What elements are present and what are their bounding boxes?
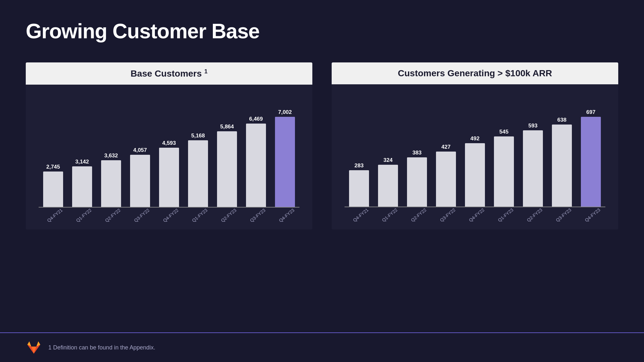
bar-value-label: 492 (470, 135, 479, 142)
bar-group: 283 (345, 162, 374, 207)
bar-group: 6,469 (242, 116, 270, 207)
bar-group: 383 (402, 150, 431, 207)
bar-group: 2,745 (39, 164, 68, 207)
bar-group: 593 (518, 123, 547, 207)
chart-high-value-customers: Customers Generating > $100k ARR 2833243… (332, 62, 618, 229)
charts-container: Base Customers 1 2,7453,1423,6324,0574,5… (26, 62, 618, 229)
bar-value-label: 4,593 (162, 140, 176, 146)
footer-note: 1 Definition can be found in the Appendi… (48, 344, 155, 351)
bar-value-label: 545 (499, 129, 508, 135)
footer: 1 Definition can be found in the Appendi… (0, 332, 644, 362)
bar-value-label: 593 (528, 123, 537, 129)
bar-group: 492 (460, 135, 489, 207)
chart2-baseline (345, 207, 605, 207)
bar-group: 638 (547, 117, 576, 207)
chart1-header: Base Customers 1 (26, 62, 312, 85)
bar-rect (43, 172, 63, 207)
bar-rect (581, 117, 601, 207)
bar-group: 3,632 (97, 153, 126, 207)
bar-group: 7,002 (270, 109, 299, 207)
bar-rect (275, 117, 295, 207)
bar-group: 427 (431, 144, 460, 207)
bar-rect (217, 131, 237, 207)
chart2-title: Customers Generating > $100k ARR (398, 68, 552, 78)
bar-value-label: 283 (355, 162, 364, 169)
bar-rect (188, 140, 208, 207)
bar-value-label: 2,745 (46, 164, 60, 170)
bar-group: 4,593 (155, 140, 184, 207)
bar-value-label: 3,142 (75, 159, 89, 165)
chart1-baseline (39, 207, 299, 208)
bar-rect (130, 155, 150, 207)
bar-group: 4,057 (126, 147, 155, 207)
chart1-area: 2,7453,1423,6324,0574,5935,1685,8646,469… (26, 91, 312, 229)
chart1-bars: 2,7453,1423,6324,0574,5935,1685,8646,469… (39, 97, 299, 207)
chart-base-customers: Base Customers 1 2,7453,1423,6324,0574,5… (26, 62, 312, 229)
bar-group: 697 (576, 109, 605, 207)
bar-rect (523, 130, 543, 207)
bar-value-label: 5,864 (220, 124, 234, 130)
bar-value-label: 7,002 (278, 109, 292, 116)
bar-rect (159, 148, 179, 207)
bar-group: 5,168 (184, 133, 213, 207)
bar-value-label: 427 (441, 144, 450, 150)
bar-group: 545 (489, 129, 518, 207)
bar-rect (407, 157, 427, 207)
bar-rect (101, 160, 121, 207)
gitlab-logo (26, 339, 42, 356)
bar-rect (349, 170, 369, 207)
bar-value-label: 6,469 (249, 116, 263, 122)
bar-value-label: 5,168 (191, 133, 205, 139)
page-title: Growing Customer Base (26, 19, 618, 43)
bar-value-label: 3,632 (104, 153, 118, 159)
bar-rect (552, 125, 572, 207)
chart2-area: 283324383427492545593638697 Q4-FY21Q1-FY… (332, 91, 618, 229)
chart1-title: Base Customers 1 (131, 69, 208, 79)
bar-value-label: 324 (384, 157, 393, 163)
bar-rect (494, 136, 514, 207)
chart1-x-labels: Q4-FY21Q1-FY22Q2-FY22Q3-FY22Q4-FY22Q1-FY… (39, 210, 299, 218)
bar-rect (465, 143, 485, 207)
bar-rect (72, 166, 92, 207)
bar-group: 324 (374, 157, 402, 207)
chart2-x-labels: Q4-FY21Q1-FY22Q2-FY22Q3-FY22Q4-FY22Q1-FY… (345, 210, 605, 218)
bar-value-label: 383 (412, 150, 421, 156)
bar-rect (246, 124, 266, 207)
bar-rect (436, 152, 456, 207)
chart2-header: Customers Generating > $100k ARR (332, 62, 618, 84)
bar-value-label: 638 (557, 117, 566, 123)
bar-group: 3,142 (68, 159, 97, 207)
bar-value-label: 697 (586, 109, 595, 116)
bar-value-label: 4,057 (133, 147, 147, 153)
bar-rect (378, 165, 398, 207)
chart2-bars: 283324383427492545593638697 (345, 97, 605, 207)
bar-group: 5,864 (213, 124, 242, 207)
page: Growing Customer Base Base Customers 1 2… (0, 0, 644, 362)
